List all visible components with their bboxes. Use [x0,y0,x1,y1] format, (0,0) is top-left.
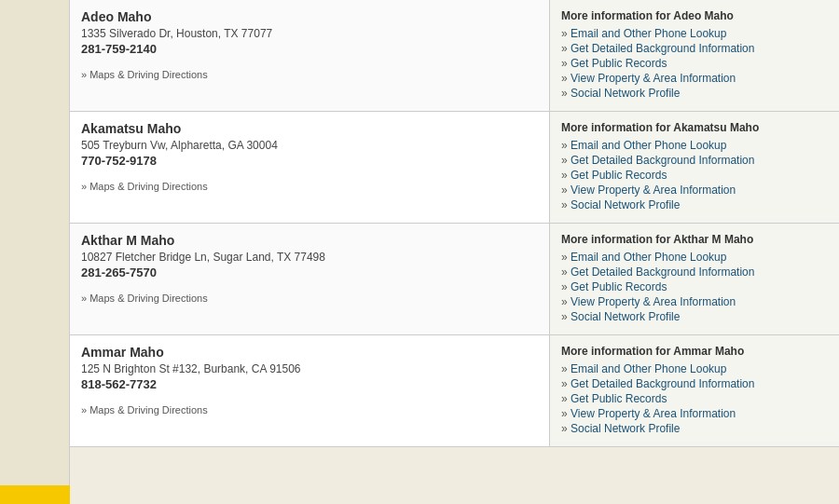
info-link-social-network-profile[interactable]: Social Network Profile [561,422,828,435]
person-right-col: More information for Ammar MahoEmail and… [550,335,839,446]
person-row: Akamatsu Maho505 Treyburn Vw, Alpharetta… [70,112,839,224]
person-left-col: Ammar Maho125 N Brighton St #132, Burban… [70,335,550,446]
person-phone: 818-562-7732 [81,377,538,391]
left-sidebar [0,0,70,504]
info-link-view-property--area-information[interactable]: View Property & Area Information [561,295,828,308]
info-link-get-detailed-background-information[interactable]: Get Detailed Background Information [561,377,828,390]
person-address: 505 Treyburn Vw, Alpharetta, GA 30004 [81,139,538,152]
info-link-social-network-profile[interactable]: Social Network Profile [561,310,828,323]
person-left-col: Adeo Maho1335 Silverado Dr, Houston, TX … [70,0,550,111]
person-phone: 281-759-2140 [81,42,538,56]
person-left-col: Akthar M Maho10827 Fletcher Bridge Ln, S… [70,224,550,334]
info-link-get-detailed-background-information[interactable]: Get Detailed Background Information [561,42,828,55]
person-row: Akthar M Maho10827 Fletcher Bridge Ln, S… [70,224,839,335]
more-info-title: More information for Adeo Maho [561,9,828,22]
maps-directions-link[interactable]: » Maps & Driving Directions [81,293,208,304]
info-link-email-and-other-phone-lookup[interactable]: Email and Other Phone Lookup [561,27,828,40]
person-row: Ammar Maho125 N Brighton St #132, Burban… [70,335,839,447]
person-right-col: More information for Akthar M MahoEmail … [550,224,839,334]
info-link-get-public-records[interactable]: Get Public Records [561,392,828,405]
person-address: 125 N Brighton St #132, Burbank, CA 9150… [81,362,538,375]
maps-directions-link[interactable]: » Maps & Driving Directions [81,69,208,80]
maps-directions-link[interactable]: » Maps & Driving Directions [81,181,208,192]
person-address: 1335 Silverado Dr, Houston, TX 77077 [81,27,538,40]
info-link-get-public-records[interactable]: Get Public Records [561,169,828,182]
info-link-email-and-other-phone-lookup[interactable]: Email and Other Phone Lookup [561,362,828,375]
info-link-view-property--area-information[interactable]: View Property & Area Information [561,72,828,85]
person-name: Akthar M Maho [81,233,538,248]
info-link-get-public-records[interactable]: Get Public Records [561,57,828,70]
yellow-accent-block [0,485,70,504]
person-name: Adeo Maho [81,9,538,24]
info-link-social-network-profile[interactable]: Social Network Profile [561,87,828,100]
more-info-title: More information for Akthar M Maho [561,233,828,246]
person-left-col: Akamatsu Maho505 Treyburn Vw, Alpharetta… [70,112,550,223]
person-phone: 770-752-9178 [81,154,538,168]
info-link-email-and-other-phone-lookup[interactable]: Email and Other Phone Lookup [561,139,828,152]
person-address: 10827 Fletcher Bridge Ln, Sugar Land, TX… [81,251,538,264]
person-phone: 281-265-7570 [81,266,538,279]
more-info-title: More information for Ammar Maho [561,345,828,358]
person-name: Akamatsu Maho [81,121,538,136]
info-link-email-and-other-phone-lookup[interactable]: Email and Other Phone Lookup [561,251,828,264]
content-area: Adeo Maho1335 Silverado Dr, Houston, TX … [70,0,839,504]
info-link-get-detailed-background-information[interactable]: Get Detailed Background Information [561,266,828,279]
main-container: Adeo Maho1335 Silverado Dr, Houston, TX … [0,0,839,504]
person-row: Adeo Maho1335 Silverado Dr, Houston, TX … [70,0,839,112]
person-name: Ammar Maho [81,345,538,360]
info-link-view-property--area-information[interactable]: View Property & Area Information [561,407,828,420]
maps-directions-link[interactable]: » Maps & Driving Directions [81,404,208,415]
person-right-col: More information for Adeo MahoEmail and … [550,0,839,111]
info-link-get-public-records[interactable]: Get Public Records [561,280,828,293]
info-link-get-detailed-background-information[interactable]: Get Detailed Background Information [561,154,828,167]
info-link-social-network-profile[interactable]: Social Network Profile [561,198,828,211]
more-info-title: More information for Akamatsu Maho [561,121,828,134]
info-link-view-property--area-information[interactable]: View Property & Area Information [561,184,828,197]
person-right-col: More information for Akamatsu MahoEmail … [550,112,839,223]
